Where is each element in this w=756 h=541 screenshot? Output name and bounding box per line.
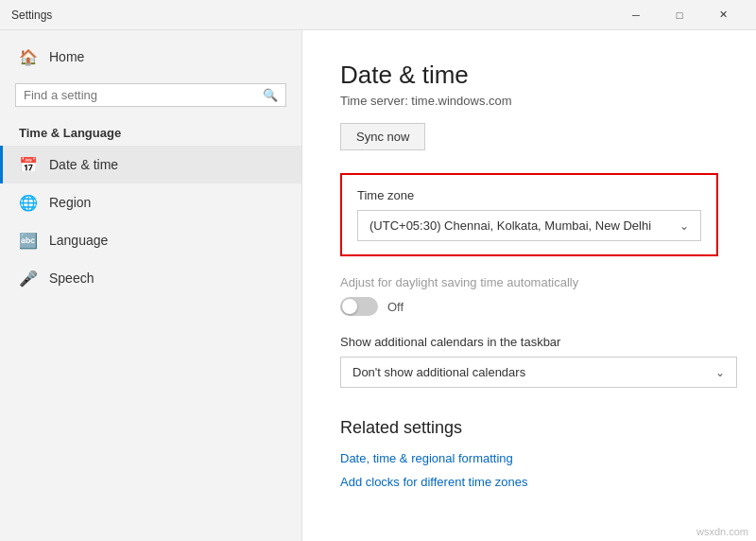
- sidebar-item-speech[interactable]: 🎤 Speech: [0, 259, 301, 297]
- title-bar: Settings ─ □ ✕: [0, 0, 756, 30]
- calendar-dropdown[interactable]: Don't show additional calendars ⌄: [340, 357, 737, 388]
- sidebar: 🏠 Home 🔍 Time & Language 📅 Date & time 🌐…: [0, 30, 302, 541]
- minimize-button[interactable]: ─: [614, 0, 658, 30]
- maximize-button[interactable]: □: [658, 0, 701, 30]
- sidebar-item-home[interactable]: 🏠 Home: [0, 38, 301, 76]
- watermark: wsxdn.com: [696, 526, 748, 537]
- sidebar-item-region[interactable]: 🌐 Region: [0, 183, 301, 221]
- related-settings-title: Related settings: [340, 418, 718, 438]
- sidebar-home-label: Home: [49, 49, 84, 64]
- chevron-down-icon: ⌄: [679, 219, 689, 233]
- sidebar-section-title: Time & Language: [0, 114, 301, 146]
- search-box[interactable]: 🔍: [15, 83, 286, 107]
- main-content: Date & time Time server: time.windows.co…: [302, 30, 756, 541]
- daylight-label: Adjust for daylight saving time automati…: [340, 275, 718, 289]
- sync-now-button[interactable]: Sync now: [340, 123, 425, 150]
- date-time-icon: 📅: [19, 155, 38, 174]
- sidebar-item-label-speech: Speech: [49, 270, 94, 286]
- timezone-section: Time zone (UTC+05:30) Chennai, Kolkata, …: [340, 173, 718, 256]
- search-icon: 🔍: [263, 88, 278, 102]
- sidebar-item-language[interactable]: 🔤 Language: [0, 221, 301, 259]
- toggle-off-label: Off: [387, 300, 404, 314]
- calendar-value: Don't show additional calendars: [352, 365, 525, 379]
- region-icon: 🌐: [19, 193, 38, 212]
- close-button[interactable]: ✕: [701, 0, 745, 30]
- sidebar-item-label-language: Language: [49, 233, 108, 248]
- additional-cal-label: Show additional calendars in the taskbar: [340, 335, 718, 349]
- timezone-label: Time zone: [357, 188, 701, 202]
- timezone-dropdown[interactable]: (UTC+05:30) Chennai, Kolkata, Mumbai, Ne…: [357, 210, 701, 241]
- sidebar-item-label-region: Region: [49, 195, 91, 210]
- time-server-text: Time server: time.windows.com: [340, 94, 718, 108]
- chevron-down-icon-cal: ⌄: [715, 366, 725, 379]
- app-title: Settings: [11, 9, 52, 22]
- speech-icon: 🎤: [19, 269, 38, 288]
- timezone-value: (UTC+05:30) Chennai, Kolkata, Mumbai, Ne…: [369, 218, 651, 233]
- related-link-formatting[interactable]: Date, time & regional formatting: [340, 451, 718, 465]
- daylight-toggle[interactable]: [340, 297, 378, 316]
- related-link-clocks[interactable]: Add clocks for different time zones: [340, 475, 718, 489]
- sidebar-item-label-date-time: Date & time: [49, 157, 118, 172]
- language-icon: 🔤: [19, 231, 38, 250]
- home-icon: 🏠: [19, 47, 38, 66]
- daylight-toggle-row: Off: [340, 297, 718, 316]
- window-controls: ─ □ ✕: [614, 0, 745, 30]
- app-body: 🏠 Home 🔍 Time & Language 📅 Date & time 🌐…: [0, 30, 756, 541]
- sidebar-item-date-time[interactable]: 📅 Date & time: [0, 146, 301, 183]
- page-title: Date & time: [340, 61, 718, 90]
- search-input[interactable]: [24, 88, 257, 102]
